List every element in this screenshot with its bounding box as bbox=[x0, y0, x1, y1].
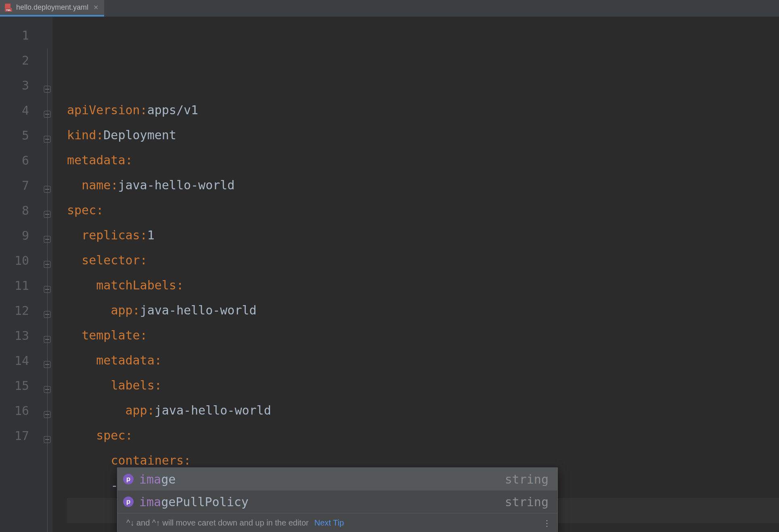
gutter-line: 8 bbox=[0, 198, 52, 223]
gutter-line: 7 bbox=[0, 173, 52, 198]
completion-item[interactable]: pimagePullPolicystring bbox=[117, 490, 557, 513]
completion-label: image bbox=[139, 472, 176, 486]
completion-type: string bbox=[505, 495, 549, 509]
gutter-line: 2 bbox=[0, 48, 52, 73]
fold-toggle-icon[interactable] bbox=[44, 107, 51, 114]
tab-bar: YML hello.deployment.yaml ✕ bbox=[0, 0, 779, 17]
completion-hint: ^↓ and ^↑ will move caret down and up in… bbox=[117, 513, 557, 532]
code-line[interactable]: metadata: bbox=[67, 148, 779, 173]
fold-toggle-icon[interactable] bbox=[44, 307, 51, 314]
completion-item[interactable]: pimagestring bbox=[117, 468, 557, 490]
code-line[interactable]: template: bbox=[67, 323, 779, 348]
completion-label: imagePullPolicy bbox=[139, 495, 249, 509]
editor[interactable]: 1234567891011121314151617 apiVersion: ap… bbox=[0, 17, 779, 532]
gutter-line: 5 bbox=[0, 123, 52, 148]
gutter-line: 3 bbox=[0, 73, 52, 98]
completion-kind-icon: p bbox=[123, 474, 134, 484]
gutter: 1234567891011121314151617 bbox=[0, 17, 52, 532]
gutter-line: 14 bbox=[0, 348, 52, 373]
code-area[interactable]: apiVersion: apps/v1kind: Deploymentmetad… bbox=[52, 17, 779, 532]
code-line[interactable]: selector: bbox=[67, 248, 779, 273]
code-line[interactable]: spec: bbox=[67, 423, 779, 448]
fold-toggle-icon[interactable] bbox=[44, 182, 51, 189]
code-line[interactable]: metadata: bbox=[67, 348, 779, 373]
yaml-file-icon: YML bbox=[4, 3, 13, 12]
gutter-line: 13 bbox=[0, 323, 52, 348]
gutter-line: 1 bbox=[0, 23, 52, 48]
close-icon[interactable]: ✕ bbox=[93, 4, 98, 11]
gutter-line: 6 bbox=[0, 148, 52, 173]
completion-kind-icon: p bbox=[123, 496, 134, 507]
fold-toggle-icon[interactable] bbox=[44, 432, 51, 439]
code-line[interactable]: kind: Deployment bbox=[67, 123, 779, 148]
fold-toggle-icon[interactable] bbox=[44, 207, 51, 214]
gutter-line: 11 bbox=[0, 273, 52, 298]
gutter-line: 4 bbox=[0, 98, 52, 123]
fold-toggle-icon[interactable] bbox=[44, 332, 51, 339]
gutter-line: 16 bbox=[0, 398, 52, 423]
code-line[interactable]: app: java-hello-world bbox=[67, 298, 779, 323]
hint-shortcut: ^↓ and ^↑ bbox=[126, 518, 160, 528]
svg-text:YML: YML bbox=[6, 8, 11, 11]
next-tip-link[interactable]: Next Tip bbox=[314, 518, 344, 528]
code-line[interactable]: spec: bbox=[67, 198, 779, 223]
fold-toggle-icon[interactable] bbox=[44, 382, 51, 389]
fold-toggle-icon[interactable] bbox=[44, 407, 51, 414]
kebab-menu-icon[interactable]: ⋮ bbox=[543, 518, 552, 528]
code-line[interactable]: apiVersion: apps/v1 bbox=[67, 98, 779, 123]
fold-toggle-icon[interactable] bbox=[44, 257, 51, 264]
completion-popup[interactable]: pimagestringpimagePullPolicystring ^↓ an… bbox=[117, 467, 558, 532]
code-line[interactable]: labels: bbox=[67, 373, 779, 398]
tab-hello-deployment[interactable]: YML hello.deployment.yaml ✕ bbox=[0, 0, 104, 17]
fold-toggle-icon[interactable] bbox=[44, 132, 51, 139]
tab-filename: hello.deployment.yaml bbox=[16, 3, 88, 12]
code-line[interactable]: matchLabels: bbox=[67, 273, 779, 298]
gutter-line: 12 bbox=[0, 298, 52, 323]
gutter-line: 15 bbox=[0, 373, 52, 398]
fold-toggle-icon[interactable] bbox=[44, 82, 51, 89]
fold-toggle-icon[interactable] bbox=[44, 282, 51, 289]
gutter-line: 17 bbox=[0, 423, 52, 448]
gutter-line: 9 bbox=[0, 223, 52, 248]
code-line[interactable]: app: java-hello-world bbox=[67, 398, 779, 423]
completion-type: string bbox=[505, 472, 549, 486]
code-line[interactable]: replicas: 1 bbox=[67, 223, 779, 248]
gutter-line: 10 bbox=[0, 248, 52, 273]
fold-toggle-icon[interactable] bbox=[44, 357, 51, 364]
hint-text: will move caret down and up in the edito… bbox=[162, 518, 308, 528]
fold-toggle-icon[interactable] bbox=[44, 232, 51, 239]
code-line[interactable]: name: java-hello-world bbox=[67, 173, 779, 198]
